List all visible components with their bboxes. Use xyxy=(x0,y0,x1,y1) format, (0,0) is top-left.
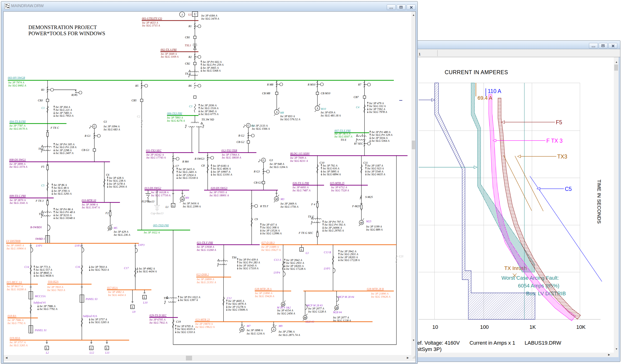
svg-text:C9: C9 xyxy=(254,218,258,221)
svg-text:Isc SLG 6635 A: Isc SLG 6635 A xyxy=(367,173,385,176)
svg-text:Isc SLG 18030 A: Isc SLG 18030 A xyxy=(222,156,241,159)
svg-text:Isc SLG 889 A: Isc SLG 889 A xyxy=(366,228,383,231)
svg-text:LVP4: LVP4 xyxy=(273,271,280,274)
svg-text:Isc SLG 7633 A: Isc SLG 7633 A xyxy=(47,288,65,292)
svg-text:008-DS SWG1: 008-DS SWG1 xyxy=(9,158,26,161)
svg-text:R G2: R G2 xyxy=(238,134,244,137)
svg-text:L1: L1 xyxy=(165,205,169,209)
svg-text:M: M xyxy=(275,197,278,201)
svg-text:MCP M 28 #3: MCP M 28 #3 xyxy=(306,304,323,307)
svg-text:TXL1: TXL1 xyxy=(185,44,191,47)
svg-text:BLDG 115 SERV: BLDG 115 SERV xyxy=(290,152,310,155)
svg-text:R3: R3 xyxy=(41,88,44,91)
svg-text:Isc SLG 17228 A: Isc SLG 17228 A xyxy=(340,258,360,262)
svg-text:Isc SLG 19426 A: Isc SLG 19426 A xyxy=(255,295,274,298)
svg-text:Isc SLG 10348 A: Isc SLG 10348 A xyxy=(55,216,75,220)
svg-text:LABUS19.DRW: LABUS19.DRW xyxy=(525,340,561,346)
svg-text:Isc SLG 2407 A: Isc SLG 2407 A xyxy=(55,151,74,155)
svg-text:Isc SLG 683 A: Isc SLG 683 A xyxy=(103,128,120,131)
svg-text:Isc SLG 481.18 A: Isc SLG 481.18 A xyxy=(320,114,341,117)
svg-text:TIME IN SECONDS: TIME IN SECONDS xyxy=(597,180,602,224)
svg-text:Isc SLG 8492 A: Isc SLG 8492 A xyxy=(8,84,26,87)
svg-text:C13 B: C13 B xyxy=(324,251,331,254)
svg-text:Isc SLG 1228 A: Isc SLG 1228 A xyxy=(308,310,326,313)
svg-text:Isc SLG 29765 A: Isc SLG 29765 A xyxy=(324,229,344,232)
svg-text:F5: F5 xyxy=(41,165,44,168)
svg-text:028-MTR 28 A: 028-MTR 28 A xyxy=(255,287,272,291)
svg-text:CB G2: CB G2 xyxy=(237,140,244,144)
svg-text:L9: L9 xyxy=(132,310,135,313)
svg-text:TX 3W ND: TX 3W ND xyxy=(201,118,214,121)
svg-text:Isc SLG 7978 A: Isc SLG 7978 A xyxy=(369,110,387,114)
svg-text:Isc SLG 6775 A: Isc SLG 6775 A xyxy=(200,112,219,116)
svg-text:Isc SLG 35627 A: Isc SLG 35627 A xyxy=(261,248,281,252)
svg-text:Isc SLG 2399 A: Isc SLG 2399 A xyxy=(183,205,201,208)
svg-text:F 4: F 4 xyxy=(311,203,315,206)
svg-text:L12: L12 xyxy=(89,351,94,354)
svg-text:G: G xyxy=(93,125,96,128)
svg-text:018-RA: 018-RA xyxy=(8,314,16,318)
svg-text:R SWG3: R SWG3 xyxy=(194,157,204,160)
svg-text:LVP3: LVP3 xyxy=(138,243,145,247)
svg-text:010-MTR 10: 010-MTR 10 xyxy=(82,199,96,202)
svg-text:PANEL S1: PANEL S1 xyxy=(35,329,46,332)
svg-text:M5: M5 xyxy=(113,226,117,230)
svg-text:M: M xyxy=(360,221,363,224)
svg-text:L10: L10 xyxy=(143,301,148,304)
svg-text:012-TX3 TER: 012-TX3 TER xyxy=(221,149,237,152)
svg-text:C2: C2 xyxy=(137,115,140,118)
svg-text:Isc SLG 7792 A: Isc SLG 7792 A xyxy=(7,322,25,325)
svg-text:Isc SLG 236 A: Isc SLG 236 A xyxy=(113,233,130,236)
svg-text:M: M xyxy=(335,306,338,310)
svg-text:DEMONSTRATION PROJECT: DEMONSTRATION PROJECT xyxy=(28,24,97,30)
svg-text:Isc SLG 17710 A: Isc SLG 17710 A xyxy=(151,194,171,197)
svg-text:Isc SLG 4434 A: Isc SLG 4434 A xyxy=(108,293,126,297)
svg-text:Isc SLG 13260 A: Isc SLG 13260 A xyxy=(197,248,216,252)
svg-text:Isc SLG 4434 A: Isc SLG 4434 A xyxy=(139,270,157,273)
svg-text:Isc SLG 3147 A: Isc SLG 3147 A xyxy=(82,206,100,209)
svg-text:R7: R7 xyxy=(358,83,361,86)
svg-text:Isc SLG 7487 A: Isc SLG 7487 A xyxy=(292,189,311,192)
svg-text:Isc SLG 5364 A: Isc SLG 5364 A xyxy=(371,139,390,142)
svg-text:Isc SLG 7953 A: Isc SLG 7953 A xyxy=(55,114,74,117)
svg-text:CB7: CB7 xyxy=(354,95,359,99)
svg-text:L: L xyxy=(143,296,145,299)
svg-text:002-TX A PRI: 002-TX A PRI xyxy=(161,48,177,51)
svg-text:R G1: R G1 xyxy=(85,134,90,138)
svg-text:Isc SLG 1397 A: Isc SLG 1397 A xyxy=(180,298,198,302)
svg-text:G: G xyxy=(263,159,265,162)
svg-text:Isc SLG 17310 A: Isc SLG 17310 A xyxy=(239,267,259,270)
svg-text:C8: C8 xyxy=(201,164,205,167)
svg-text:M: M xyxy=(241,328,244,331)
svg-text:L: L xyxy=(46,346,47,350)
svg-text:10K: 10K xyxy=(576,324,585,330)
svg-text:TX E: TX E xyxy=(341,138,347,142)
svg-text:Isc SLG 8211 A: Isc SLG 8211 A xyxy=(290,159,308,162)
svg-text:CB M8: CB M8 xyxy=(262,92,270,95)
svg-text:006-TX3 PRI: 006-TX3 PRI xyxy=(167,112,182,115)
svg-text:U1: U1 xyxy=(188,13,192,16)
svg-text:F TX 3: F TX 3 xyxy=(36,199,44,202)
svg-text:Isc SLG 12996 A: Isc SLG 12996 A xyxy=(262,232,282,235)
svg-text:69.4 A: 69.4 A xyxy=(478,95,492,101)
svg-text:M: M xyxy=(181,198,184,201)
svg-text:Isc SLG 17228 A: Isc SLG 17228 A xyxy=(286,267,306,270)
svg-text:C3: C3 xyxy=(189,105,192,108)
svg-text:Isc SLG 2871.74 A: Isc SLG 2871.74 A xyxy=(278,333,300,337)
svg-text:C17: C17 xyxy=(124,266,129,270)
svg-text:C6: C6 xyxy=(106,173,109,177)
svg-text:Isc SLG 1169 A: Isc SLG 1169 A xyxy=(161,55,178,58)
svg-text:Isc SLG 5368 A: Isc SLG 5368 A xyxy=(202,69,221,72)
svg-text:L: L xyxy=(106,346,108,350)
svg-text:003-HV SWGR: 003-HV SWGR xyxy=(8,76,25,79)
svg-text:Ref. Voltage: 4160V: Ref. Voltage: 4160V xyxy=(413,340,460,346)
svg-text:Isc SLG 3374 A: Isc SLG 3374 A xyxy=(9,165,27,168)
svg-text:Isc SLG 2916 A: Isc SLG 2916 A xyxy=(109,185,127,188)
svg-text:C14: C14 xyxy=(24,265,29,269)
svg-text:L3: L3 xyxy=(305,251,309,255)
svg-text:Isc SLG 18001 A: Isc SLG 18001 A xyxy=(209,194,229,197)
svg-text:R3-G: R3-G xyxy=(71,93,78,97)
svg-text:Isc SLG 1310 A: Isc SLG 1310 A xyxy=(177,330,195,334)
svg-text:022-DSB 2: 022-DSB 2 xyxy=(196,273,209,276)
svg-text:Isc SLG 9658 A: Isc SLG 9658 A xyxy=(36,274,54,277)
